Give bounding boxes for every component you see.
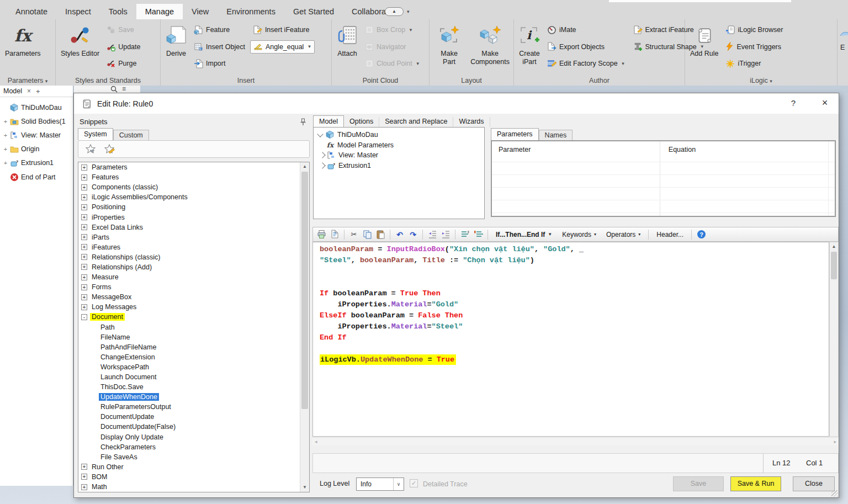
save-and-run-button[interactable]: Save & Run	[730, 476, 781, 491]
code-horizontal-scrollbar[interactable]: ◂ ▸	[312, 437, 839, 445]
toolbar-button-cmt1[interactable]	[459, 229, 470, 241]
expand-icon[interactable]: +	[81, 184, 87, 190]
expand-icon[interactable]: +	[81, 214, 87, 220]
collapse-icon[interactable]: -	[81, 314, 87, 320]
expand-icon[interactable]: +	[81, 464, 87, 470]
log-level-select[interactable]: Info ∨	[356, 478, 404, 491]
snippet-node-changeextension[interactable]: ChangeExtension	[78, 352, 309, 362]
expand-icon[interactable]: +	[81, 304, 87, 310]
expand-icon[interactable]: +	[2, 146, 9, 152]
browser-item-thidumodau[interactable]: ThiDuMoDau	[0, 100, 73, 114]
editor-tab-options[interactable]: Options	[344, 117, 379, 127]
expand-icon[interactable]: +	[81, 194, 87, 200]
snippet-node-iproperties[interactable]: +iProperties	[78, 212, 309, 222]
scrollbar-thumb[interactable]	[831, 252, 837, 279]
snippet-node-file-saveas[interactable]: File SaveAs	[78, 452, 309, 462]
snippet-node-pathandfilename[interactable]: PathAndFileName	[78, 342, 309, 352]
search-icon[interactable]	[110, 86, 118, 93]
dialog-help-button[interactable]: ?	[788, 98, 799, 108]
close-button[interactable]: Close	[793, 476, 835, 491]
expand-icon[interactable]: +	[81, 204, 87, 210]
snippet-node-display-only-update[interactable]: Display Only Update	[78, 432, 309, 442]
snippet-node-excel-data-links[interactable]: +Excel Data Links	[78, 222, 309, 232]
editor-tab-wizards[interactable]: Wizards	[453, 117, 490, 127]
editor-tab-search-and-replace[interactable]: Search and Replace	[379, 117, 453, 127]
snippet-node-thisdoc-save[interactable]: ThisDoc.Save	[78, 382, 309, 392]
group-label-ilogic[interactable]: iLogic ▾	[685, 77, 837, 84]
expand-icon[interactable]: +	[81, 234, 87, 240]
ribbon-button-styles-editor[interactable]: Styles Editor	[59, 20, 102, 58]
expand-icon[interactable]: +	[2, 118, 9, 125]
snippet-node-checkparameters[interactable]: CheckParameters	[78, 442, 309, 452]
toolbar-button-redo[interactable]: ↷	[407, 229, 418, 241]
ribbon-collapse-button[interactable]: ▲ ▾	[385, 7, 410, 16]
toolbar-dropdown-keywords[interactable]: Keywords▾	[558, 229, 600, 241]
ribbon-button-create-ipart[interactable]: iCreate iPart	[517, 20, 542, 66]
snippet-node-ifeatures[interactable]: +iFeatures	[78, 242, 309, 252]
ribbon-button-edit-factory-scope[interactable]: Edit Factory Scope▼	[544, 55, 628, 72]
snippet-node-filename[interactable]: FileName	[78, 332, 309, 342]
snippet-node-features[interactable]: +Features	[78, 172, 309, 182]
snippets-tab-system[interactable]: System	[78, 128, 113, 140]
snippet-node-forms[interactable]: +Forms	[78, 282, 309, 292]
toolbar-button-pagefile[interactable]	[329, 229, 340, 241]
ribbon-button-itrigger[interactable]: iTrigger	[723, 55, 786, 72]
parameters-table[interactable]: Parameter Equation	[491, 140, 836, 217]
ribbon-button-make-components[interactable]: Make Components	[468, 20, 512, 66]
browser-item-view-master[interactable]: +View: Master	[0, 128, 73, 142]
expand-icon[interactable]: +	[2, 160, 9, 166]
add-tab-icon[interactable]: +	[36, 87, 40, 96]
browser-item-extrusion1[interactable]: +Extrusion1	[0, 156, 73, 170]
chevron-right-icon[interactable]	[319, 152, 325, 158]
code-vertical-scrollbar[interactable]: ▲	[829, 242, 839, 437]
toolbar-button-indent[interactable]	[440, 229, 451, 241]
detailed-trace-checkbox[interactable]: ✓	[410, 479, 418, 487]
ribbon-button-angle-equal[interactable]: Angle_equal▼	[250, 40, 315, 54]
expand-icon[interactable]: +	[81, 165, 87, 171]
snippet-node-workspacepath[interactable]: WorkspacePath	[78, 362, 309, 372]
snippet-node-path[interactable]: Path	[78, 322, 309, 332]
toolbar-button-paste[interactable]	[375, 229, 386, 241]
scrollbar-thumb[interactable]	[301, 172, 308, 409]
ribbon-button-add-rule[interactable]: Add Rule	[688, 20, 720, 58]
snippet-node-launch-document[interactable]: Launch Document	[78, 372, 309, 382]
snippets-tab-custom[interactable]: Custom	[113, 130, 149, 140]
ribbon-button-attach[interactable]: Attach	[335, 20, 360, 58]
code-editor[interactable]: booleanParam = InputRadioBox("Xin chọn v…	[312, 242, 829, 437]
snippet-node-document[interactable]: -Document	[78, 312, 309, 322]
ribbon-button-update[interactable]: Update	[104, 39, 143, 56]
ribbon-tab-inspect[interactable]: Inspect	[56, 4, 100, 19]
scroll-down-icon[interactable]: ▼	[300, 483, 309, 492]
params-tab-parameters[interactable]: Parameters	[491, 128, 539, 140]
toolbar-dropdown-if-then-end-if[interactable]: If...Then...End If▼	[492, 229, 556, 241]
ribbon-button-purge[interactable]: Purge	[104, 55, 143, 72]
toolbar-button-outdent[interactable]	[427, 229, 438, 241]
ribbon-button-make-part[interactable]: Make Part	[432, 20, 466, 66]
ribbon-button-insert-ifeature[interactable]: Insert iFeature	[250, 22, 315, 39]
group-label-parameters[interactable]: Parameters ▾	[0, 77, 55, 84]
toolbar-button-cut[interactable]: ✂	[348, 229, 359, 241]
expand-icon[interactable]: +	[81, 474, 87, 480]
toolbar-button-undo[interactable]: ↶	[394, 229, 405, 241]
chevron-right-icon[interactable]	[319, 162, 325, 168]
toolbar-dropdown-header-[interactable]: Header...	[653, 229, 687, 241]
favorites-edit-icon[interactable]	[104, 144, 115, 154]
ribbon-button-import[interactable]: Import	[191, 55, 248, 72]
ribbon-button-derive[interactable]: Derive	[163, 20, 189, 58]
browser-tab-model[interactable]: Model	[3, 87, 22, 95]
expand-icon[interactable]: +	[81, 294, 87, 300]
expand-icon[interactable]: +	[81, 254, 87, 260]
snippet-node-ilogic-assemblies-components[interactable]: +iLogic Assemblies/Components	[78, 192, 309, 202]
model-tree-item-model-parameters[interactable]: fxModel Parameters	[314, 140, 484, 151]
ribbon-tab-annotate[interactable]: Annotate	[7, 4, 56, 19]
scroll-right-icon[interactable]: ▸	[834, 439, 836, 444]
snippet-node-math[interactable]: +Math	[78, 482, 309, 492]
snippet-node-documentupdate[interactable]: DocumentUpdate	[78, 412, 309, 422]
params-tab-names[interactable]: Names	[539, 130, 573, 140]
dialog-close-button[interactable]: ×	[819, 97, 831, 109]
expand-icon[interactable]: +	[81, 264, 87, 270]
snippet-node-bom[interactable]: +BOM	[78, 472, 309, 482]
expand-icon[interactable]: +	[81, 284, 87, 290]
model-tree-item-thidumodau[interactable]: ThiDuMoDau	[314, 130, 484, 140]
dialog-title-bar[interactable]: Edit Rule: Rule0	[74, 93, 839, 114]
